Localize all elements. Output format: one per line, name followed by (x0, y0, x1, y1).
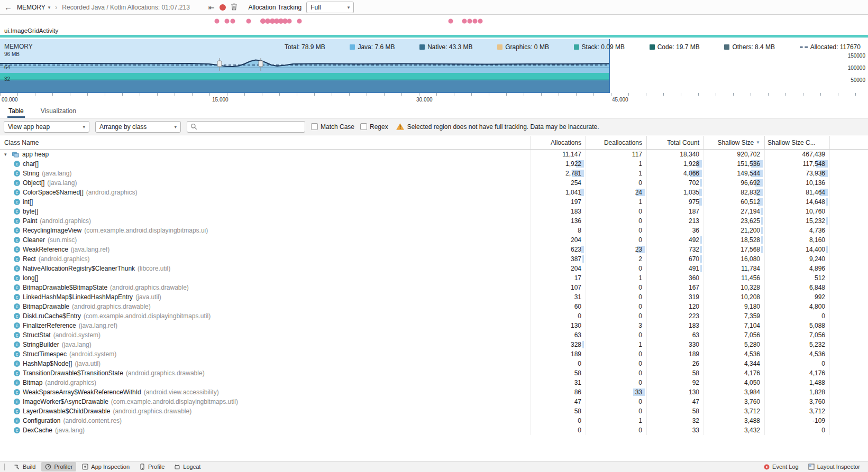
class-name-cell: cColorSpace$Named[](android.graphics) (0, 188, 531, 197)
table-row[interactable]: cColorSpace$Named[](android.graphics)1,0… (0, 188, 868, 197)
value: 3,712 (744, 408, 760, 415)
table-row[interactable]: cObject[](java.lang)254070296,69210,136 (0, 178, 868, 188)
checkbox-box[interactable] (360, 123, 367, 130)
table-row[interactable]: cbyte[]183018727,19410,760 (0, 207, 868, 216)
toolwindow-app-inspection[interactable]: App Inspection (78, 462, 133, 471)
value: 0 (638, 217, 642, 225)
android-studio-memory-profiler: ← MEMORY ▾ › Recorded Java / Kotlin Allo… (0, 0, 868, 472)
expand-chevron-icon[interactable]: ▾ (4, 152, 10, 157)
table-row[interactable]: cHashMap$Node[](java.util)00264,3440 (0, 359, 868, 368)
table-row[interactable]: cTransitionDrawable$TransitionState(andr… (0, 368, 868, 378)
memory-timeline-chart[interactable] (0, 39, 868, 93)
table-row[interactable]: cStructStat(android.system)630637,0567,0… (0, 330, 868, 340)
table-row[interactable]: cint[]197197560,51214,648 (0, 197, 868, 207)
column-header-allocations[interactable]: Allocations (531, 136, 586, 149)
table-row[interactable]: ▾app heap11,14711718,340920,702467,439 (0, 150, 868, 159)
value: 319 (689, 293, 699, 301)
column-header-total-count[interactable]: Total Count (646, 136, 703, 149)
search-input[interactable] (200, 123, 301, 131)
column-header-shallow-size-change[interactable]: Shallow Size C... (764, 136, 829, 149)
tab-table[interactable]: Table (7, 104, 25, 118)
timeline-view-selector[interactable]: MEMORY ▾ (17, 4, 50, 11)
table-row[interactable]: cBitmap(android.graphics)310924,0501,488 (0, 378, 868, 387)
toolwindow-profiler[interactable]: Profiler (41, 462, 76, 471)
search-field[interactable] (187, 121, 305, 133)
class-package: (android.graphics.drawable) (126, 369, 205, 377)
table-row[interactable]: cFinalizerReference(java.lang.ref)130318… (0, 321, 868, 330)
value: 204 (571, 265, 581, 272)
value: 254 (571, 179, 581, 187)
toolwindow-logcat[interactable]: Logcat (170, 462, 204, 471)
table-row[interactable]: cConfiguration(android.content.res)01323… (0, 416, 868, 425)
toolwindow-label: Profile (148, 464, 165, 470)
table-row[interactable]: cLayerDrawable$ChildDrawable(android.gra… (0, 406, 868, 416)
allocation-tracking-dropdown[interactable]: Full ▾ (306, 2, 354, 13)
value-cell: 1 (586, 273, 646, 283)
table-row[interactable]: cWeakSparseArray$WeakReferenceWithId(and… (0, 387, 868, 397)
value-cell: 33 (586, 387, 646, 397)
toolwindow-layout-inspector[interactable]: Layout Inspector (805, 462, 864, 471)
table-row[interactable]: cDiskLruCache$Entry(com.example.android.… (0, 311, 868, 321)
arrange-selector[interactable]: Arrange by class ▾ (95, 121, 181, 133)
checkbox-box[interactable] (311, 123, 318, 130)
value-cell: 0 (764, 425, 829, 435)
class-icon: c (14, 408, 20, 414)
value: 223 (689, 312, 699, 320)
export-recording-icon[interactable]: ⇤ (208, 4, 215, 11)
table-row[interactable]: cLinkedHashMap$LinkedHashMapEntry(java.u… (0, 292, 868, 302)
table-row[interactable]: cString(java.lang)2,78114,066149,54473,9… (0, 169, 868, 178)
value-cell: 11,147 (531, 150, 586, 159)
value-cell: 23 (586, 245, 646, 254)
value-cell: 992 (764, 292, 829, 302)
table-row[interactable]: cWeakReference(java.lang.ref)6232373217,… (0, 245, 868, 254)
column-header-deallocations[interactable]: Deallocations (586, 136, 646, 149)
toolwindow-event-log[interactable]: Event Log (760, 462, 802, 471)
class-name: NativeAllocationRegistry$CleanerThunk (23, 265, 135, 272)
value: 0 (578, 312, 581, 320)
event-dot (215, 19, 220, 24)
table-row[interactable]: cCleaner(sun.misc)204049218,5288,160 (0, 235, 868, 245)
table-row[interactable]: clong[]17136011,456512 (0, 273, 868, 283)
recording-indicator-icon[interactable] (220, 4, 226, 11)
value: 4,536 (744, 350, 760, 358)
value-cell: 73,936 (764, 169, 829, 178)
table-row[interactable]: cBitmapDrawable$BitmapState(android.grap… (0, 283, 868, 292)
table-row[interactable]: cBitmapDrawable(android.graphics.drawabl… (0, 302, 868, 311)
filler-cell (829, 359, 868, 368)
table-row[interactable]: cStringBuilder(java.lang)32813305,2805,2… (0, 340, 868, 349)
value-cell: 512 (764, 273, 829, 283)
toolwindow-profile[interactable]: Profile (135, 462, 168, 471)
regex-checkbox[interactable]: Regex (360, 123, 388, 131)
match-case-checkbox[interactable]: Match Case (311, 123, 354, 131)
value: 11,456 (741, 274, 760, 282)
time-axis-label: 30.000 (416, 97, 433, 103)
table-row[interactable]: cNativeAllocationRegistry$CleanerThunk(l… (0, 264, 868, 273)
class-package: (com.example.android.displayingbitmaps.u… (84, 312, 211, 320)
filler-cell (829, 169, 868, 178)
class-icon: c (14, 161, 20, 167)
table-row[interactable]: cStructTimespec(android.system)18901894,… (0, 349, 868, 359)
class-name-cell: cConfiguration(android.content.res) (0, 416, 531, 425)
value-cell: 4,736 (764, 226, 829, 235)
class-name: WeakReference (23, 246, 68, 253)
table-row[interactable]: cDexCache(java.lang)00333,4320 (0, 425, 868, 435)
value-cell: 1 (586, 197, 646, 207)
value: 0 (638, 293, 642, 301)
back-button[interactable]: ← (4, 3, 12, 11)
toolwindow-build[interactable]: Build (10, 462, 39, 471)
value: 7,056 (744, 331, 760, 339)
class-name-cell: cWeakReference(java.lang.ref) (0, 245, 531, 254)
table-row[interactable]: cImageWorker$AsyncDrawable(com.example.a… (0, 397, 868, 406)
table-row[interactable]: cRecyclingImageView(com.example.android.… (0, 226, 868, 235)
column-header-class-name[interactable]: Class Name (0, 136, 531, 149)
table-row[interactable]: cPaint(android.graphics)136021323,62515,… (0, 216, 868, 226)
heap-selector[interactable]: View app heap ▾ (4, 121, 89, 133)
table-row[interactable]: cRect(android.graphics)387267016,0809,24… (0, 254, 868, 264)
tab-visualization[interactable]: Visualization (40, 104, 77, 118)
filler-cell (829, 283, 868, 292)
column-header-shallow-size[interactable]: Shallow Size ▼ (703, 136, 764, 149)
session-title: Recorded Java / Kotlin Allocations: 01:0… (62, 4, 190, 11)
delete-recording-icon[interactable] (231, 3, 237, 12)
table-row[interactable]: cchar[]1,92211,928151,536117,548 (0, 159, 868, 169)
value-cell: 6,848 (764, 283, 829, 292)
